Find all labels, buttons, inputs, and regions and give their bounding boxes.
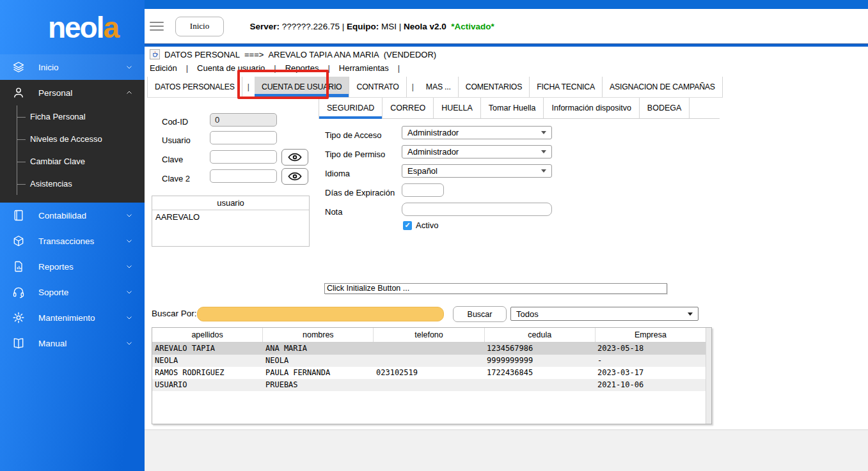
subtab-label: CORREO xyxy=(390,104,425,112)
tab-cuenta-de-usuario[interactable]: CUENTA DE USUARIO xyxy=(255,77,350,97)
sidebar-item-transacciones[interactable]: Transacciones xyxy=(0,228,145,254)
menu-cuenta-de-usuario[interactable]: Cuenta de usuario xyxy=(197,63,265,73)
activo-label: Activo xyxy=(416,220,438,230)
nota-field[interactable] xyxy=(402,203,552,216)
toolbar: Inicio Server: ??????.226.75 | Equipo: M… xyxy=(145,9,868,43)
cell-cedula: 1234567986 xyxy=(484,343,595,355)
cell-apellidos: NEOLA xyxy=(152,355,263,367)
tab-comentarios[interactable]: COMENTARIOS xyxy=(459,77,530,97)
person-icon xyxy=(12,86,26,99)
nota-label: Nota xyxy=(325,207,342,217)
sidebar-children-personal: Ficha Personal Niveles de Accesso Cambia… xyxy=(17,105,145,195)
dropdown-value: Administrador xyxy=(407,128,459,137)
tab-label: ASIGNACION DE CAMPAÑAS xyxy=(610,82,715,91)
subtab-bodega[interactable]: BODEGA xyxy=(640,98,690,118)
menu-reportes[interactable]: Reportes xyxy=(285,63,319,73)
table-scrollbar[interactable] xyxy=(706,328,711,424)
sidebar-item-ficha-personal[interactable]: Ficha Personal xyxy=(17,105,145,128)
column-header-cedula[interactable]: cedula xyxy=(485,328,596,342)
table-row[interactable]: RAMOS RODRIGUEZ PAULA FERNANDA 023102519… xyxy=(152,367,706,379)
subtab-label: Información dispositvo xyxy=(551,104,631,112)
table-row[interactable]: AREVALO TAPIA ANA MARIA 1234567986 2023-… xyxy=(152,343,706,355)
record-header: DATOS PERSONAL ===> AREVALO TAPIA ANA MA… xyxy=(150,49,436,59)
sidebar-item-label: Mantenimiento xyxy=(38,313,95,323)
column-header-empresa[interactable]: Empresa xyxy=(596,328,706,342)
activo-checkbox[interactable]: ✓ xyxy=(403,221,412,230)
cell-empresa: 2023-03-17 xyxy=(595,367,706,379)
version-label: Neola v2.0 xyxy=(404,22,451,31)
record-role: (VENDEDOR) xyxy=(384,50,436,59)
sidebar-item-niveles-de-accesso[interactable]: Niveles de Accesso xyxy=(17,128,145,150)
show-clave2-button[interactable] xyxy=(281,168,308,185)
sidebar-item-cambiar-clave[interactable]: Cambiar Clave xyxy=(17,150,145,173)
sidebar-item-contabilidad[interactable]: Contabilidad xyxy=(0,203,145,228)
sidebar-item-reportes[interactable]: Reportes xyxy=(0,254,145,279)
dias-expiracion-field[interactable] xyxy=(402,183,444,197)
subtab-label: SEGURIDAD xyxy=(327,104,374,112)
cell-nombres: PAULA FERNANDA xyxy=(263,367,374,379)
inicio-button[interactable]: Inicio xyxy=(175,17,224,36)
sidebar-item-mantenimiento[interactable]: Mantenimiento xyxy=(0,305,145,330)
subtab-huella[interactable]: HUELLA xyxy=(434,98,481,118)
sidebar-item-manual[interactable]: Manual xyxy=(0,330,145,356)
tipo-permiso-dropdown[interactable]: Administrador xyxy=(402,145,552,158)
column-header-apellidos[interactable]: apellidos xyxy=(152,328,263,342)
table-row[interactable]: NEOLA NEOLA 9999999999 - xyxy=(152,355,706,367)
cell-apellidos: USUARIO xyxy=(152,379,263,391)
sidebar-item-label: Personal xyxy=(38,88,72,98)
column-header-telefono[interactable]: telefono xyxy=(374,328,484,342)
separator: | xyxy=(407,77,419,97)
book-icon xyxy=(12,209,26,222)
equipo-label: Equipo: xyxy=(347,22,381,31)
clave2-field[interactable] xyxy=(210,169,277,183)
arrow-text: ===> xyxy=(244,50,264,59)
subtab-seguridad[interactable]: SEGURIDAD xyxy=(319,98,383,118)
usuario-list-item[interactable]: AAREVALO xyxy=(152,210,309,224)
server-label: Server: xyxy=(250,22,282,31)
tab-mas[interactable]: MAS ... xyxy=(419,77,459,97)
tipo-acceso-dropdown[interactable]: Administrador xyxy=(402,126,552,139)
table-row[interactable]: USUARIO PRUEBAS 2021-10-06 xyxy=(152,379,706,391)
usuario-field[interactable] xyxy=(210,131,277,144)
filter-dropdown[interactable]: Todos xyxy=(510,307,698,321)
menu-edicion[interactable]: Edición xyxy=(150,63,177,73)
subtab-informacion-dispositivo[interactable]: Información dispositvo xyxy=(544,98,639,118)
cod-id-label: Cod-ID xyxy=(162,117,188,127)
hamburger-menu-icon[interactable] xyxy=(150,19,164,33)
show-clave-button[interactable] xyxy=(281,149,308,166)
clave-field[interactable] xyxy=(210,150,277,164)
activo-checkbox-row[interactable]: ✓ Activo xyxy=(403,220,438,230)
subtab-tomar-huella[interactable]: Tomar Huella xyxy=(481,98,544,118)
main-content: DATOS PERSONAL ===> AREVALO TAPIA ANA MA… xyxy=(145,47,868,471)
idioma-dropdown[interactable]: Español xyxy=(402,164,552,178)
eye-icon xyxy=(288,172,302,181)
column-header-nombres[interactable]: nombres xyxy=(263,328,374,342)
subtab-correo[interactable]: CORREO xyxy=(383,98,434,118)
separator: | xyxy=(274,63,276,73)
search-input[interactable] xyxy=(197,307,444,321)
buscar-button[interactable]: Buscar xyxy=(453,306,507,322)
sidebar-item-asistencias[interactable]: Asistencias xyxy=(17,173,145,195)
menu-herramientas[interactable]: Herramientas xyxy=(339,63,389,73)
tab-contrato[interactable]: CONTRATO xyxy=(349,77,406,97)
dropdown-caret-icon xyxy=(541,150,546,153)
sidebar-item-label: Reportes xyxy=(38,262,74,272)
sidebar-item-inicio[interactable]: Inicio xyxy=(0,54,145,80)
sidebar-item-soporte[interactable]: Soporte xyxy=(0,279,145,305)
tab-ficha-tecnica[interactable]: FICHA TECNICA xyxy=(530,77,603,97)
dropdown-value: Todos xyxy=(516,309,539,319)
tab-label: CONTRATO xyxy=(356,82,398,91)
dropdown-caret-icon xyxy=(541,169,546,173)
tab-label: MAS ... xyxy=(426,82,451,91)
java-app-icon xyxy=(150,49,160,59)
sidebar-item-personal[interactable]: Personal xyxy=(0,80,145,105)
cell-telefono xyxy=(374,343,484,355)
cell-telefono xyxy=(374,379,484,391)
tab-datos-personales[interactable]: DATOS PERSONALES xyxy=(147,77,242,97)
idioma-label: Idioma xyxy=(325,169,350,178)
menubar: Edición | Cuenta de usuario | Reportes |… xyxy=(150,63,400,73)
separator: | xyxy=(342,22,347,31)
tab-asignacion-de-campanas[interactable]: ASIGNACION DE CAMPAÑAS xyxy=(603,77,723,97)
tab-label: FICHA TECNICA xyxy=(537,82,595,91)
cell-empresa: 2021-10-06 xyxy=(595,379,706,391)
